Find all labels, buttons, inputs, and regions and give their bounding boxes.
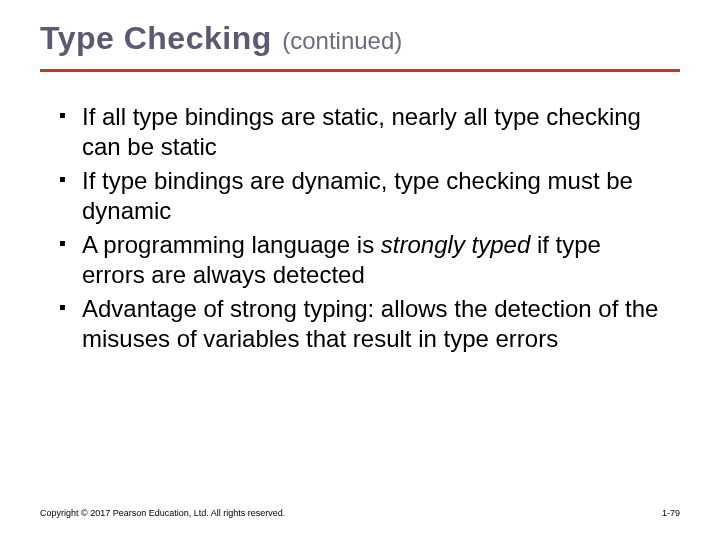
slide-title: Type Checking [40,20,272,56]
title-area: Type Checking (continued) [0,0,720,65]
bullet-text: If all type bindings are static, nearly … [82,103,641,160]
copyright-text: Copyright © 2017 Pearson Education, Ltd.… [40,508,285,518]
bullet-icon [60,177,65,182]
list-item: Advantage of strong typing: allows the d… [60,294,670,354]
bullet-em: strongly typed [381,231,530,258]
bullet-text: If type bindings are dynamic, type check… [82,167,633,224]
slide: Type Checking (continued) If all type bi… [0,0,720,540]
slide-subtitle: (continued) [282,27,402,54]
page-number: 1-79 [662,508,680,518]
bullet-text: Advantage of strong typing: allows the d… [82,295,658,352]
bullet-icon [60,305,65,310]
body-text: If all type bindings are static, nearly … [0,72,720,354]
list-item: If all type bindings are static, nearly … [60,102,670,162]
list-item: A programming language is strongly typed… [60,230,670,290]
list-item: If type bindings are dynamic, type check… [60,166,670,226]
footer: Copyright © 2017 Pearson Education, Ltd.… [40,508,680,518]
bullet-icon [60,241,65,246]
bullet-text: A programming language is [82,231,381,258]
bullet-icon [60,113,65,118]
